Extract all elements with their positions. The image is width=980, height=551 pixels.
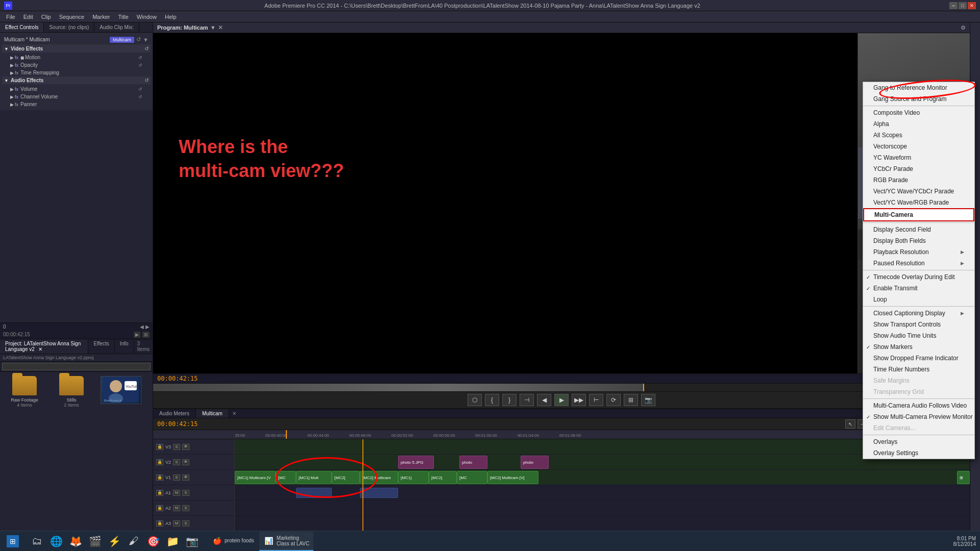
motion-toggle[interactable]: ▶ bbox=[10, 55, 14, 60]
v1-eye[interactable]: 👁 bbox=[182, 474, 189, 481]
menu-overlays[interactable]: Overlays bbox=[863, 436, 974, 447]
reset-icon-seq[interactable]: ↺ bbox=[136, 36, 141, 43]
menu-timecode-overlay[interactable]: Timecode Overlay During Edit bbox=[863, 271, 974, 283]
menu-ycbcr-parade[interactable]: YCbCr Parade bbox=[863, 163, 974, 174]
tab-audio-meters[interactable]: Audio Meters bbox=[153, 409, 196, 418]
close-project-tab[interactable]: ✕ bbox=[38, 346, 42, 352]
menu-composite-video[interactable]: Composite Video bbox=[863, 107, 974, 118]
volume-reset[interactable]: ↺ bbox=[138, 87, 142, 92]
minimize-button[interactable]: ─ bbox=[949, 2, 958, 9]
taskbar-app-protein[interactable]: 🍎 protein foods bbox=[207, 532, 258, 551]
context-menu[interactable]: Gang to Reference Monitor Gang Source an… bbox=[863, 82, 975, 459]
tl-tool-select[interactable]: ↖ bbox=[845, 419, 855, 429]
clip-v1-1[interactable]: [MC1] Multicam [V bbox=[235, 471, 276, 484]
taskbar-ie-icon[interactable]: 🌐 bbox=[47, 532, 65, 551]
btn-go-in[interactable]: ⊣ bbox=[520, 394, 534, 406]
menu-overlay-settings[interactable]: Overlay Settings bbox=[863, 447, 974, 459]
menu-marker[interactable]: Marker bbox=[88, 13, 114, 21]
menu-vect-yc-rgb[interactable]: Vect/YC Wave/RGB Parade bbox=[863, 197, 974, 208]
v2-eye[interactable]: 👁 bbox=[182, 459, 189, 465]
clip-v1-7[interactable]: [MC2] bbox=[429, 471, 457, 484]
menu-window[interactable]: Window bbox=[133, 13, 161, 21]
clip-v1-6[interactable]: [MC1] bbox=[398, 471, 429, 484]
menu-display-second-field[interactable]: Display Second Field bbox=[863, 224, 974, 235]
menu-help[interactable]: Help bbox=[161, 13, 181, 21]
btn-step-back[interactable]: ◀ bbox=[537, 394, 551, 406]
menu-yc-waveform[interactable]: YC Waveform bbox=[863, 152, 974, 163]
v3-sync[interactable]: S bbox=[173, 444, 180, 450]
video-effects-toggle[interactable]: ▼ bbox=[4, 46, 9, 52]
menu-show-markers[interactable]: Show Markers bbox=[863, 341, 974, 353]
taskbar-ae-icon[interactable]: ⚡ bbox=[105, 532, 124, 551]
taskbar-app-marketing[interactable]: 📊 MarketingClass at LAVC bbox=[259, 532, 313, 551]
menu-all-scopes[interactable]: All Scopes bbox=[863, 130, 974, 141]
menu-gang-source-program[interactable]: Gang Source and Program bbox=[863, 93, 974, 105]
btn-go-out[interactable]: ⊢ bbox=[589, 394, 603, 406]
tab-project[interactable]: Project: LATalentShow Anna Sign Language… bbox=[0, 339, 88, 354]
clip-v2-1[interactable]: photo 5.JPG bbox=[398, 456, 434, 469]
maximize-button[interactable]: □ bbox=[959, 2, 967, 9]
v2-lock[interactable]: 🔒 bbox=[156, 459, 163, 465]
ch-vol-reset[interactable]: ↺ bbox=[138, 94, 142, 99]
btn-safe-margins[interactable]: ⊞ bbox=[624, 394, 638, 406]
a3-lock[interactable]: 🔒 bbox=[156, 520, 163, 527]
menu-paused-resolution[interactable]: Paused Resolution bbox=[863, 258, 974, 269]
menu-edit[interactable]: Edit bbox=[19, 13, 37, 21]
audio-effects-toggle[interactable]: ▼ bbox=[4, 78, 9, 83]
menu-loop[interactable]: Loop bbox=[863, 294, 974, 305]
v2-sync[interactable]: S bbox=[173, 459, 180, 465]
opacity-reset[interactable]: ↺ bbox=[138, 63, 142, 68]
v3-eye[interactable]: 👁 bbox=[182, 444, 189, 450]
clip-v1-5[interactable]: [MC2] Multicam bbox=[360, 471, 398, 484]
a2-m[interactable]: M bbox=[173, 505, 180, 511]
menu-vect-yc-ycbcr[interactable]: Vect/YC Wave/YCbCr Parade bbox=[863, 186, 974, 197]
track-row-a1[interactable] bbox=[235, 485, 970, 500]
project-search-input[interactable] bbox=[2, 363, 151, 370]
menu-safe-margins[interactable]: Safe Margins bbox=[863, 375, 974, 386]
clip-v1-9[interactable]: [MC2] Multicam [V] bbox=[487, 471, 538, 484]
video-effects-reset[interactable]: ↺ bbox=[144, 46, 149, 52]
btn-export-frame[interactable]: 📷 bbox=[641, 394, 655, 406]
menu-title[interactable]: Title bbox=[114, 13, 132, 21]
taskbar-camera-icon[interactable]: 📷 bbox=[183, 532, 201, 551]
ch-vol-toggle[interactable]: ▶ bbox=[10, 94, 14, 99]
menu-sequence[interactable]: Sequence bbox=[55, 13, 89, 21]
track-row-v1[interactable]: [MC1] Multicam [V [MC [MC1] Mult [MC2] [… bbox=[235, 470, 970, 485]
taskbar-premiere-icon[interactable]: 🎬 bbox=[86, 532, 104, 551]
taskbar-ps-icon[interactable]: 🖌 bbox=[125, 532, 143, 551]
tab-effect-controls[interactable]: Effect Controls bbox=[0, 22, 44, 32]
clip-v2-2[interactable]: photo bbox=[459, 456, 487, 469]
taskbar-folder-icon[interactable]: 📁 bbox=[163, 532, 182, 551]
play-in-left[interactable]: ▶ bbox=[134, 332, 140, 338]
btn-mark-out[interactable]: } bbox=[502, 394, 517, 406]
audio-effects-reset[interactable]: ↺ bbox=[144, 78, 149, 83]
clip-v1-3[interactable]: [MC1] Mult bbox=[296, 471, 332, 484]
menu-clip[interactable]: Clip bbox=[37, 13, 55, 21]
nav-next[interactable]: ▶ bbox=[145, 324, 150, 330]
menu-show-multicam-preview[interactable]: Show Multi-Camera Preview Monitor bbox=[863, 411, 974, 422]
menu-multicam-audio-follows[interactable]: Multi-Camera Audio Follows Video bbox=[863, 400, 974, 411]
a1-s[interactable]: S bbox=[182, 490, 189, 496]
btn-play[interactable]: ▶ bbox=[554, 394, 569, 406]
clip-v1-8[interactable]: [MC bbox=[457, 471, 487, 484]
menu-show-dropped-frame[interactable]: Show Dropped Frame Indicator bbox=[863, 353, 974, 364]
v3-lock[interactable]: 🔒 bbox=[156, 444, 163, 450]
btn-loop[interactable]: ⟳ bbox=[606, 394, 621, 406]
menu-alpha[interactable]: Alpha bbox=[863, 118, 974, 130]
menu-show-transport[interactable]: Show Transport Controls bbox=[863, 319, 974, 330]
a1-m[interactable]: M bbox=[173, 490, 180, 496]
tab-multicam[interactable]: Multicam bbox=[196, 409, 229, 418]
settings-icon[interactable]: ⚙ bbox=[961, 24, 966, 31]
folder-raw-footage[interactable]: Raw Footage 4 Items bbox=[4, 376, 45, 408]
taskbar-explorer-icon[interactable]: 🗂 bbox=[28, 532, 46, 551]
btn-shuttle-left[interactable]: ⬡ bbox=[468, 394, 482, 406]
monitor-tab-close[interactable]: ✕ bbox=[218, 24, 223, 31]
taskbar-app-icon[interactable]: 🎯 bbox=[144, 532, 162, 551]
btn-mark-in[interactable]: { bbox=[485, 394, 499, 406]
opacity-toggle[interactable]: ▶ bbox=[10, 63, 14, 68]
menu-show-audio-time[interactable]: Show Audio Time Units bbox=[863, 330, 974, 341]
menu-time-ruler-numbers[interactable]: Time Ruler Numbers bbox=[863, 364, 974, 375]
time-remap-toggle[interactable]: ▶ bbox=[10, 70, 14, 76]
volume-toggle[interactable]: ▶ bbox=[10, 87, 14, 92]
a2-s[interactable]: S bbox=[182, 505, 189, 511]
